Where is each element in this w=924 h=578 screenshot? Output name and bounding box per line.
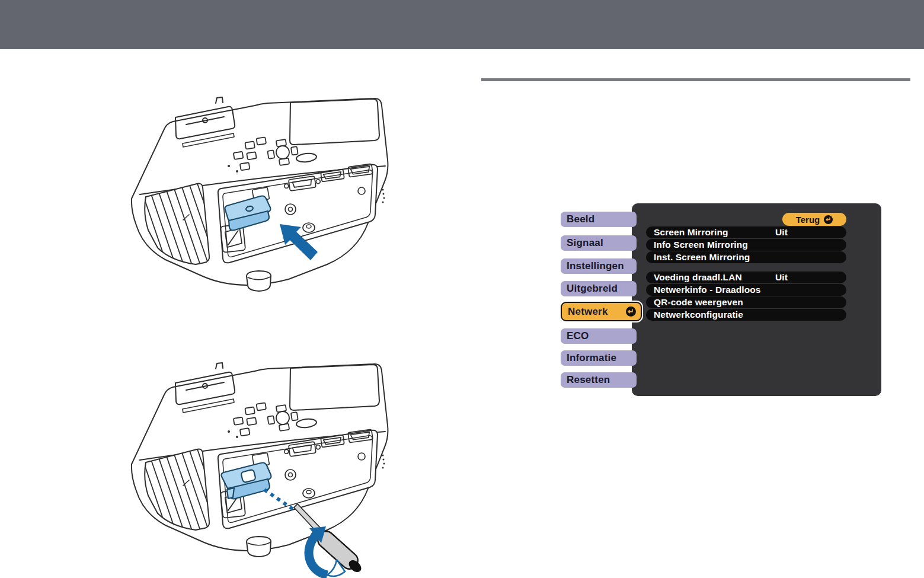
menu-item-value: Uit: [775, 227, 788, 238]
tab-eco[interactable]: ECO: [561, 328, 637, 344]
page-header-bar: [0, 0, 924, 49]
back-button[interactable]: Terug ↵: [782, 213, 846, 226]
tab-label: Resetten: [567, 374, 610, 386]
menu-item-netwerkconfiguratie[interactable]: Netwerkconfiguratie: [646, 309, 846, 321]
menu-item-voeding-draadl-lan[interactable]: Voeding draadl.LAN Uit: [646, 272, 846, 283]
manual-page: { "osd_menu": { "tabs": [ {"label": "Bee…: [0, 0, 924, 578]
tab-label: Uitgebreid: [567, 283, 618, 295]
osd-menu: Beeld Signaal Instellingen Uitgebreid Ne…: [561, 203, 881, 396]
menu-item-inst-screen-mirroring[interactable]: Inst. Screen Mirroring: [646, 251, 846, 263]
tab-label: Instellingen: [567, 260, 624, 272]
tab-netwerk[interactable]: Netwerk ↵: [561, 302, 642, 321]
menu-item-value: Uit: [775, 272, 788, 283]
tab-label: ECO: [567, 330, 589, 342]
menu-item-label: Inst. Screen Mirroring: [654, 252, 750, 263]
tab-signaal[interactable]: Signaal: [561, 235, 637, 251]
menu-item-info-screen-mirroring[interactable]: Info Screen Mirroring: [646, 239, 846, 251]
tab-informatie[interactable]: Informatie: [561, 350, 637, 366]
tab-resetten[interactable]: Resetten: [561, 372, 637, 388]
menu-item-qr-code-weergeven[interactable]: QR-code weergeven: [646, 296, 846, 308]
tab-label: Informatie: [567, 352, 616, 364]
menu-item-label: QR-code weergeven: [654, 297, 743, 308]
wireless-lan-module-insert-illustration: [107, 89, 403, 296]
menu-item-netwerkinfo-draadloos[interactable]: Netwerkinfo - Draadloos: [646, 284, 846, 296]
tab-label: Beeld: [567, 213, 594, 225]
enter-icon: ↵: [824, 215, 833, 224]
tab-beeld[interactable]: Beeld: [561, 212, 637, 227]
menu-item-label: Screen Mirroring: [654, 227, 728, 238]
enter-icon: ↵: [626, 306, 636, 317]
menu-item-screen-mirroring[interactable]: Screen Mirroring Uit: [646, 226, 846, 238]
menu-item-label: Info Screen Mirroring: [654, 239, 748, 250]
tab-uitgebreid[interactable]: Uitgebreid: [561, 281, 637, 296]
wireless-lan-cover-screwdriver-illustration: [107, 355, 403, 578]
menu-item-label: Voeding draadl.LAN: [654, 272, 742, 283]
tab-instellingen[interactable]: Instellingen: [561, 258, 637, 274]
tab-label: Signaal: [567, 237, 603, 249]
section-divider-rule: [481, 78, 910, 81]
back-button-label: Terug: [796, 215, 820, 225]
tab-label: Netwerk: [568, 306, 608, 318]
menu-item-label: Netwerkinfo - Draadloos: [654, 285, 761, 295]
menu-item-label: Netwerkconfiguratie: [654, 309, 743, 320]
